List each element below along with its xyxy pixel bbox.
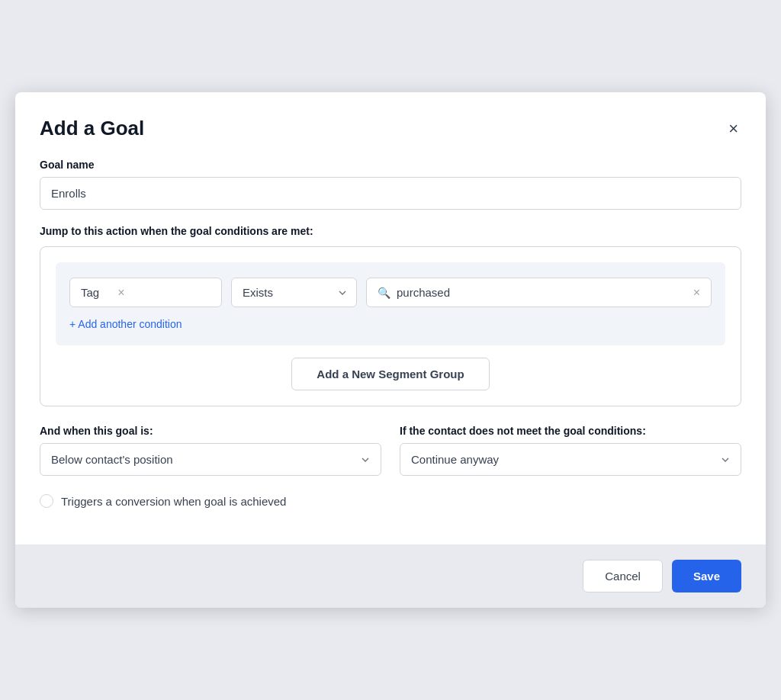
condition-exists-select[interactable]: Exists Does not exist Contains Does not … [231, 278, 357, 307]
goal-name-input[interactable] [40, 177, 741, 210]
conditions-label: Jump to this action when the goal condit… [40, 225, 741, 237]
modal-body: Add a Goal × Goal name Jump to this acti… [15, 92, 766, 544]
add-goal-modal: Add a Goal × Goal name Jump to this acti… [15, 92, 766, 608]
add-segment-group-button[interactable]: Add a New Segment Group [291, 358, 489, 390]
search-icon: 🔍 [378, 287, 390, 299]
goal-conditions-label: If the contact does not meet the goal co… [400, 425, 741, 437]
conditions-section: Jump to this action when the goal condit… [40, 225, 741, 406]
goal-conditions-section: If the contact does not meet the goal co… [400, 425, 741, 476]
condition-search-input[interactable] [397, 286, 687, 299]
goal-options-row: And when this goal is: Below contact's p… [40, 425, 741, 476]
condition-tag-close-button[interactable]: × [117, 287, 124, 299]
modal-footer: Cancel Save [15, 544, 766, 608]
condition-tag-text: Tag [81, 286, 99, 299]
goal-position-select[interactable]: Below contact's position Above contact's… [40, 443, 381, 476]
cancel-button[interactable]: Cancel [583, 560, 663, 592]
conditions-inner: Tag × Exists Does not exist Contains Doe… [56, 262, 725, 345]
goal-position-label: And when this goal is: [40, 425, 381, 437]
add-condition-button[interactable]: + Add another condition [69, 318, 182, 330]
save-button[interactable]: Save [672, 560, 741, 592]
goal-name-label: Goal name [40, 159, 741, 171]
conversion-row: Triggers a conversion when goal is achie… [40, 494, 741, 508]
goal-position-section: And when this goal is: Below contact's p… [40, 425, 381, 476]
conversion-checkbox[interactable] [40, 494, 53, 508]
condition-row: Tag × Exists Does not exist Contains Doe… [69, 278, 712, 307]
goal-conditions-select[interactable]: Continue anyway Stop and wait End automa… [400, 443, 741, 476]
condition-tag-pill: Tag × [69, 278, 222, 307]
conditions-outer: Tag × Exists Does not exist Contains Doe… [40, 246, 741, 406]
condition-search-clear-button[interactable]: × [693, 287, 700, 299]
goal-name-section: Goal name [40, 159, 741, 210]
segment-group-container: Add a New Segment Group [56, 358, 725, 390]
condition-search-field: 🔍 × [366, 278, 712, 307]
modal-title: Add a Goal [40, 117, 144, 140]
modal-header: Add a Goal × [40, 117, 741, 140]
close-button[interactable]: × [725, 117, 741, 140]
conversion-label: Triggers a conversion when goal is achie… [61, 495, 286, 508]
